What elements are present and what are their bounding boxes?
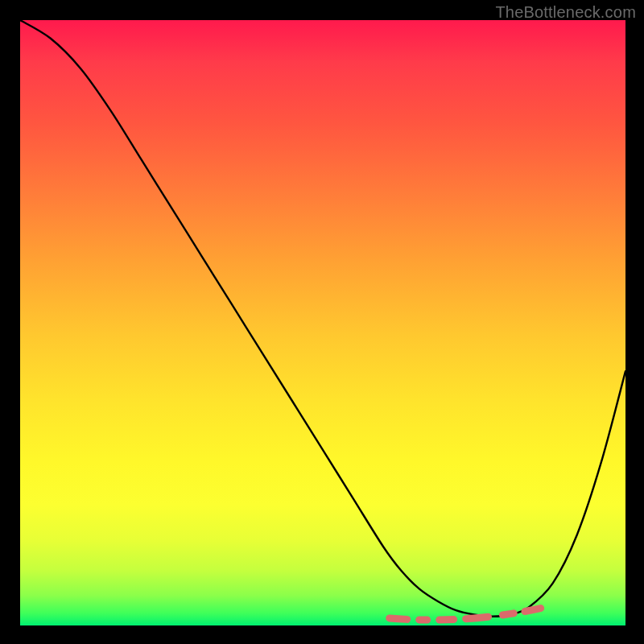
bottleneck-curve bbox=[20, 20, 625, 617]
chart-svg bbox=[20, 20, 625, 625]
watermark-text: TheBottleneck.com bbox=[495, 3, 636, 22]
